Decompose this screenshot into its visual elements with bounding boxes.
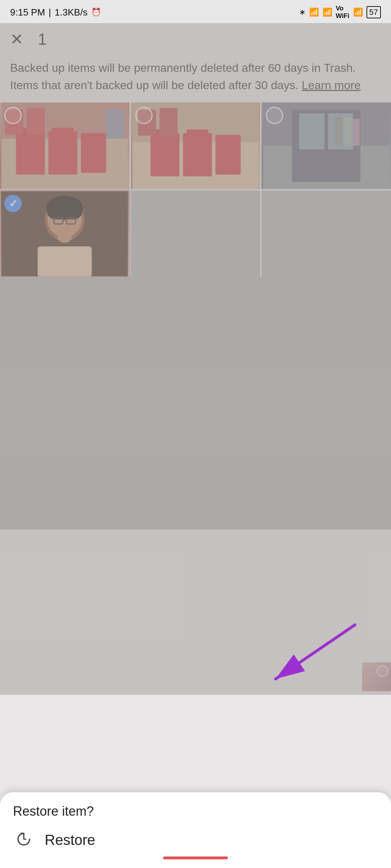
select-circle-2[interactable] (135, 107, 153, 124)
status-time-speed: 9:15 PM | 1.3KB/s ⏰ (10, 7, 101, 18)
status-speed: 1.3KB/s (55, 7, 88, 18)
vowifi-label: VoWiFi (336, 5, 350, 20)
signal-icon-2: 📶 (322, 8, 332, 17)
restore-label[interactable]: Restore (45, 832, 95, 848)
photos-row-2: ✓ (0, 190, 391, 277)
bottom-sheet-title: Restore item? (13, 804, 378, 819)
svg-rect-4 (48, 131, 77, 175)
select-circle-3[interactable] (266, 107, 283, 124)
partial-circle (377, 665, 388, 677)
svg-rect-25 (344, 117, 352, 146)
alarm-icon: ⏰ (91, 8, 101, 17)
svg-rect-22 (299, 113, 325, 149)
selection-count: 1 (38, 30, 47, 48)
svg-rect-14 (183, 133, 212, 176)
bluetooth-icon: ∗ (299, 8, 306, 17)
restore-icon (13, 829, 35, 851)
svg-rect-15 (186, 130, 208, 137)
svg-rect-9 (106, 110, 124, 139)
status-bar: 9:15 PM | 1.3KB/s ⏰ ∗ 📶 📶 VoWiFi 📶 57 (0, 0, 391, 23)
status-time: 9:15 PM (10, 7, 45, 18)
signal-icon-1: 📶 (309, 8, 319, 17)
battery-container: 57 (366, 6, 381, 18)
wifi-icon: 📶 (353, 8, 363, 17)
svg-line-39 (276, 625, 355, 679)
learn-more-link[interactable]: Learn more (302, 79, 361, 92)
select-circle-1[interactable] (4, 107, 22, 124)
empty-space (0, 277, 391, 530)
select-circle-4[interactable]: ✓ (4, 195, 22, 212)
svg-rect-18 (159, 108, 177, 136)
battery-level: 57 (369, 8, 378, 17)
close-button[interactable]: ✕ (10, 31, 23, 47)
restore-row[interactable]: Restore (13, 829, 378, 851)
svg-rect-36 (38, 246, 92, 277)
arrow-svg (254, 621, 362, 693)
svg-rect-5 (52, 128, 74, 135)
info-text-block: Backed up items will be permanently dele… (0, 56, 391, 102)
svg-rect-32 (47, 201, 83, 219)
bottom-sheet: Restore item? Restore (0, 792, 391, 868)
status-separator: | (49, 7, 51, 18)
svg-rect-2 (16, 131, 45, 175)
home-indicator (163, 856, 228, 859)
photo-item-4[interactable]: ✓ (0, 190, 129, 277)
app-container: ✕ 1 Backed up items will be permanently … (0, 23, 391, 868)
empty-cell-1 (131, 190, 260, 277)
svg-rect-24 (335, 117, 343, 146)
restore-svg-icon (14, 830, 33, 849)
photos-row-1 (0, 102, 391, 189)
svg-rect-26 (353, 119, 360, 146)
svg-rect-6 (81, 133, 106, 173)
top-bar: ✕ 1 (0, 23, 391, 56)
photo-item-3[interactable] (262, 102, 391, 189)
status-icons: ∗ 📶 📶 VoWiFi 📶 57 (299, 5, 381, 20)
empty-cell-2 (262, 190, 391, 277)
checkmark-icon: ✓ (9, 198, 17, 210)
svg-rect-8 (27, 108, 45, 135)
photo-item-1[interactable] (0, 102, 129, 189)
svg-point-37 (57, 232, 72, 243)
svg-rect-12 (150, 133, 179, 176)
partial-photo-bottom (362, 662, 391, 691)
svg-rect-16 (215, 135, 241, 175)
annotation-arrow (254, 621, 362, 695)
photo-item-2[interactable] (131, 102, 260, 189)
